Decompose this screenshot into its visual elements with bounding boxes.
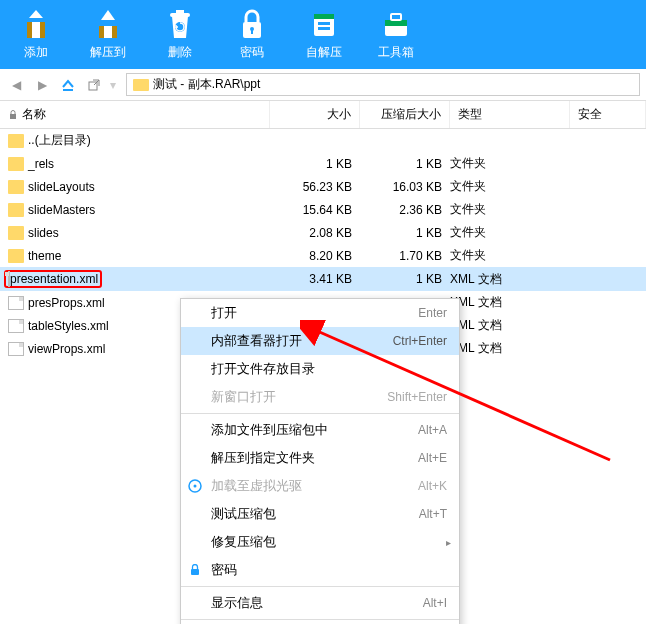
folder-icon: [8, 180, 24, 194]
file-csize: 1.70 KB: [360, 249, 450, 263]
file-name: tableStyles.xml: [28, 319, 109, 333]
file-type: 文件夹: [450, 155, 570, 172]
folder-icon: [133, 79, 149, 91]
svg-rect-16: [391, 14, 401, 20]
delete-label: 删除: [168, 44, 192, 61]
add-button[interactable]: 添加: [0, 4, 72, 63]
menu-new-window: 新窗口打开Shift+Enter: [181, 383, 459, 411]
menu-password[interactable]: 密码: [181, 556, 459, 584]
menu-separator: [181, 619, 459, 620]
navigation-bar: ◀ ▶ ▾ 测试 - 副本.RAR\ppt: [0, 69, 646, 101]
forward-icon[interactable]: ▶: [32, 75, 52, 95]
svg-rect-11: [314, 14, 334, 19]
menu-repair[interactable]: 修复压缩包: [181, 528, 459, 556]
file-row[interactable]: _rels1 KB1 KB文件夹: [0, 152, 646, 175]
disc-icon: [187, 478, 203, 494]
file-csize: 16.03 KB: [360, 180, 450, 194]
extract-icon: [90, 6, 126, 42]
folder-icon: [8, 157, 24, 171]
delete-button[interactable]: 删除: [144, 4, 216, 63]
menu-internal-viewer[interactable]: 内部查看器打开Ctrl+Enter: [181, 327, 459, 355]
context-menu: 打开Enter 内部查看器打开Ctrl+Enter 打开文件存放目录 新窗口打开…: [180, 298, 460, 624]
file-name: presentation.xml: [10, 272, 98, 286]
file-type: XML 文档: [450, 294, 570, 311]
file-name: slides: [28, 226, 59, 240]
menu-separator: [181, 413, 459, 414]
file-type: XML 文档: [450, 317, 570, 334]
file-row[interactable]: slideLayouts56.23 KB16.03 KB文件夹: [0, 175, 646, 198]
sfx-label: 自解压: [306, 44, 342, 61]
file-size: 8.20 KB: [270, 249, 360, 263]
file-icon: [8, 296, 24, 310]
file-size: 2.08 KB: [270, 226, 360, 240]
file-name-cell: presentation.xml: [8, 270, 270, 288]
file-name-cell: slides: [8, 226, 270, 240]
file-size: 56.23 KB: [270, 180, 360, 194]
header-compressed-size[interactable]: 压缩后大小: [360, 101, 450, 128]
file-name-cell: slideMasters: [8, 203, 270, 217]
file-name-cell: slideLayouts: [8, 180, 270, 194]
path-box[interactable]: 测试 - 副本.RAR\ppt: [126, 73, 640, 96]
file-row[interactable]: presentation.xml3.41 KB1 KBXML 文档: [0, 267, 646, 291]
folder-icon: [8, 134, 24, 148]
lock-icon-small: [8, 110, 18, 120]
back-icon[interactable]: ◀: [6, 75, 26, 95]
file-csize: 2.36 KB: [360, 203, 450, 217]
header-size[interactable]: 大小: [270, 101, 360, 128]
menu-extract-to[interactable]: 解压到指定文件夹Alt+E: [181, 444, 459, 472]
extract-button[interactable]: 解压到: [72, 4, 144, 63]
column-headers: 名称 大小 压缩后大小 类型 安全: [0, 101, 646, 129]
menu-open[interactable]: 打开Enter: [181, 299, 459, 327]
file-row[interactable]: ..(上层目录): [0, 129, 646, 152]
folder-icon: [8, 203, 24, 217]
file-type: XML 文档: [450, 271, 570, 288]
file-name-cell: theme: [8, 249, 270, 263]
password-button[interactable]: 密码: [216, 4, 288, 63]
svg-rect-5: [176, 10, 184, 13]
file-name-cell: _rels: [8, 157, 270, 171]
file-csize: 1 KB: [360, 272, 450, 286]
file-type: 文件夹: [450, 201, 570, 218]
file-csize: 1 KB: [360, 226, 450, 240]
file-icon: [8, 319, 24, 333]
up-icon[interactable]: [58, 75, 78, 95]
path-text: 测试 - 副本.RAR\ppt: [153, 76, 260, 93]
sfx-icon: [306, 6, 342, 42]
file-row[interactable]: slides2.08 KB1 KB文件夹: [0, 221, 646, 244]
tools-label: 工具箱: [378, 44, 414, 61]
file-name: ..(上层目录): [28, 132, 91, 149]
file-name: slideLayouts: [28, 180, 95, 194]
file-icon: [8, 271, 10, 287]
header-type[interactable]: 类型: [450, 101, 570, 128]
toolbox-icon: [378, 6, 414, 42]
tools-button[interactable]: 工具箱: [360, 4, 432, 63]
file-name: presProps.xml: [28, 296, 105, 310]
file-csize: 1 KB: [360, 157, 450, 171]
extract-label: 解压到: [90, 44, 126, 61]
menu-show-info[interactable]: 显示信息Alt+I: [181, 589, 459, 617]
file-size: 3.41 KB: [270, 272, 360, 286]
header-safe[interactable]: 安全: [570, 101, 646, 128]
file-row[interactable]: slideMasters15.64 KB2.36 KB文件夹: [0, 198, 646, 221]
main-toolbar: 添加 解压到 删除 密码 自解压 工具箱: [0, 0, 646, 69]
highlight-box: presentation.xml: [4, 270, 102, 288]
svg-rect-13: [318, 27, 330, 30]
lock-icon: [234, 6, 270, 42]
file-icon: [8, 342, 24, 356]
menu-virtual-drive: 加载至虚拟光驱Alt+K: [181, 472, 459, 500]
file-type: 文件夹: [450, 224, 570, 241]
file-type: 文件夹: [450, 178, 570, 195]
svg-rect-21: [191, 569, 199, 575]
sfx-button[interactable]: 自解压: [288, 4, 360, 63]
header-name[interactable]: 名称: [0, 101, 270, 128]
svg-rect-4: [170, 13, 190, 17]
trash-icon: [162, 6, 198, 42]
svg-rect-9: [251, 30, 253, 34]
menu-add-to-archive[interactable]: 添加文件到压缩包中Alt+A: [181, 416, 459, 444]
lock-icon: [187, 562, 203, 578]
folder-icon: [8, 226, 24, 240]
external-icon[interactable]: [84, 75, 104, 95]
file-row[interactable]: theme8.20 KB1.70 KB文件夹: [0, 244, 646, 267]
menu-open-location[interactable]: 打开文件存放目录: [181, 355, 459, 383]
menu-test[interactable]: 测试压缩包Alt+T: [181, 500, 459, 528]
